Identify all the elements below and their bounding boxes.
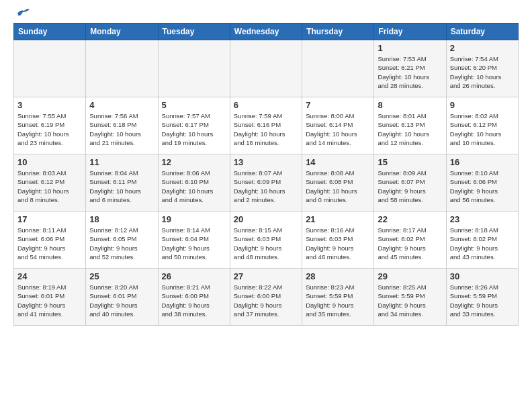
calendar-week-row: 1Sunrise: 7:53 AM Sunset: 6:21 PM Daylig…	[14, 40, 519, 97]
day-number: 19	[162, 214, 226, 224]
calendar-cell: 10Sunrise: 8:03 AM Sunset: 6:12 PM Dayli…	[14, 154, 86, 212]
day-number: 10	[17, 157, 82, 167]
calendar-cell: 23Sunrise: 8:18 AM Sunset: 6:02 PM Dayli…	[446, 212, 518, 269]
day-number: 26	[162, 271, 226, 281]
day-detail: Sunrise: 8:26 AM Sunset: 5:59 PM Dayligh…	[450, 283, 515, 318]
day-number: 16	[450, 157, 515, 167]
weekday-header-thursday: Thursday	[302, 24, 374, 40]
day-detail: Sunrise: 8:20 AM Sunset: 6:01 PM Dayligh…	[89, 283, 154, 318]
day-number: 3	[17, 100, 82, 110]
weekday-header-row: SundayMondayTuesdayWednesdayThursdayFrid…	[14, 24, 519, 40]
calendar-cell: 26Sunrise: 8:21 AM Sunset: 6:00 PM Dayli…	[158, 269, 230, 326]
day-detail: Sunrise: 8:07 AM Sunset: 6:09 PM Dayligh…	[234, 169, 298, 204]
day-detail: Sunrise: 8:14 AM Sunset: 6:04 PM Dayligh…	[162, 226, 226, 261]
logo-bird-icon	[15, 8, 30, 19]
day-detail: Sunrise: 8:09 AM Sunset: 6:07 PM Dayligh…	[378, 169, 442, 204]
day-detail: Sunrise: 8:03 AM Sunset: 6:12 PM Dayligh…	[17, 169, 82, 204]
day-number: 23	[450, 214, 515, 224]
calendar-cell: 25Sunrise: 8:20 AM Sunset: 6:01 PM Dayli…	[86, 269, 158, 326]
day-number: 14	[306, 157, 370, 167]
day-detail: Sunrise: 8:23 AM Sunset: 5:59 PM Dayligh…	[306, 283, 370, 318]
calendar-cell	[14, 40, 86, 97]
day-number: 12	[162, 157, 226, 167]
calendar-cell: 27Sunrise: 8:22 AM Sunset: 6:00 PM Dayli…	[230, 269, 302, 326]
day-detail: Sunrise: 7:53 AM Sunset: 6:21 PM Dayligh…	[378, 54, 442, 90]
day-detail: Sunrise: 8:06 AM Sunset: 6:10 PM Dayligh…	[162, 169, 226, 204]
calendar-cell: 19Sunrise: 8:14 AM Sunset: 6:04 PM Dayli…	[158, 212, 230, 269]
calendar-cell: 8Sunrise: 8:01 AM Sunset: 6:13 PM Daylig…	[374, 97, 446, 154]
weekday-header-monday: Monday	[86, 24, 158, 40]
calendar-cell: 9Sunrise: 8:02 AM Sunset: 6:12 PM Daylig…	[446, 97, 518, 154]
day-number: 24	[17, 271, 82, 281]
calendar-cell: 29Sunrise: 8:25 AM Sunset: 5:59 PM Dayli…	[374, 269, 446, 326]
day-number: 1	[378, 43, 442, 53]
calendar-cell: 2Sunrise: 7:54 AM Sunset: 6:20 PM Daylig…	[446, 40, 518, 97]
day-detail: Sunrise: 8:19 AM Sunset: 6:01 PM Dayligh…	[17, 283, 82, 318]
calendar-cell: 11Sunrise: 8:04 AM Sunset: 6:11 PM Dayli…	[86, 154, 158, 212]
weekday-header-tuesday: Tuesday	[158, 24, 230, 40]
calendar-cell: 17Sunrise: 8:11 AM Sunset: 6:06 PM Dayli…	[14, 212, 86, 269]
calendar-cell: 14Sunrise: 8:08 AM Sunset: 6:08 PM Dayli…	[302, 154, 374, 212]
calendar-cell: 5Sunrise: 7:57 AM Sunset: 6:17 PM Daylig…	[158, 97, 230, 154]
day-number: 9	[450, 100, 515, 110]
calendar-cell	[86, 40, 158, 97]
day-number: 7	[306, 100, 370, 110]
calendar-table: SundayMondayTuesdayWednesdayThursdayFrid…	[13, 23, 519, 326]
day-detail: Sunrise: 8:12 AM Sunset: 6:05 PM Dayligh…	[89, 226, 154, 261]
calendar-cell: 21Sunrise: 8:16 AM Sunset: 6:03 PM Dayli…	[302, 212, 374, 269]
day-number: 8	[378, 100, 442, 110]
calendar-week-row: 24Sunrise: 8:19 AM Sunset: 6:01 PM Dayli…	[14, 269, 519, 326]
day-number: 28	[306, 271, 370, 281]
weekday-header-friday: Friday	[374, 24, 446, 40]
day-number: 21	[306, 214, 370, 224]
day-number: 22	[378, 214, 442, 224]
calendar-week-row: 3Sunrise: 7:55 AM Sunset: 6:19 PM Daylig…	[14, 97, 519, 154]
calendar-cell: 12Sunrise: 8:06 AM Sunset: 6:10 PM Dayli…	[158, 154, 230, 212]
day-detail: Sunrise: 8:08 AM Sunset: 6:08 PM Dayligh…	[306, 169, 370, 204]
weekday-header-wednesday: Wednesday	[230, 24, 302, 40]
calendar-week-row: 10Sunrise: 8:03 AM Sunset: 6:12 PM Dayli…	[14, 154, 519, 212]
day-detail: Sunrise: 8:01 AM Sunset: 6:13 PM Dayligh…	[378, 111, 442, 147]
calendar-cell: 20Sunrise: 8:15 AM Sunset: 6:03 PM Dayli…	[230, 212, 302, 269]
day-detail: Sunrise: 8:02 AM Sunset: 6:12 PM Dayligh…	[450, 111, 515, 147]
day-number: 30	[450, 271, 515, 281]
day-number: 27	[234, 271, 298, 281]
calendar-cell	[302, 40, 374, 97]
day-number: 17	[17, 214, 82, 224]
day-detail: Sunrise: 7:57 AM Sunset: 6:17 PM Dayligh…	[162, 111, 226, 147]
calendar-cell: 18Sunrise: 8:12 AM Sunset: 6:05 PM Dayli…	[86, 212, 158, 269]
day-number: 29	[378, 271, 442, 281]
calendar-cell: 4Sunrise: 7:56 AM Sunset: 6:18 PM Daylig…	[86, 97, 158, 154]
day-detail: Sunrise: 8:11 AM Sunset: 6:06 PM Dayligh…	[17, 226, 82, 261]
day-detail: Sunrise: 8:15 AM Sunset: 6:03 PM Dayligh…	[234, 226, 298, 261]
day-number: 18	[89, 214, 154, 224]
day-number: 11	[89, 157, 154, 167]
day-detail: Sunrise: 8:16 AM Sunset: 6:03 PM Dayligh…	[306, 226, 370, 261]
day-number: 20	[234, 214, 298, 224]
calendar-cell: 15Sunrise: 8:09 AM Sunset: 6:07 PM Dayli…	[374, 154, 446, 212]
day-detail: Sunrise: 8:25 AM Sunset: 5:59 PM Dayligh…	[378, 283, 442, 318]
day-detail: Sunrise: 8:22 AM Sunset: 6:00 PM Dayligh…	[234, 283, 298, 318]
calendar-cell: 24Sunrise: 8:19 AM Sunset: 6:01 PM Dayli…	[14, 269, 86, 326]
calendar-cell: 28Sunrise: 8:23 AM Sunset: 5:59 PM Dayli…	[302, 269, 374, 326]
header	[13, 12, 519, 16]
day-number: 5	[162, 100, 226, 110]
calendar-cell	[158, 40, 230, 97]
calendar-cell: 22Sunrise: 8:17 AM Sunset: 6:02 PM Dayli…	[374, 212, 446, 269]
day-number: 13	[234, 157, 298, 167]
day-detail: Sunrise: 7:55 AM Sunset: 6:19 PM Dayligh…	[17, 111, 82, 147]
day-detail: Sunrise: 8:10 AM Sunset: 6:06 PM Dayligh…	[450, 169, 515, 204]
day-number: 2	[450, 43, 515, 53]
day-detail: Sunrise: 8:00 AM Sunset: 6:14 PM Dayligh…	[306, 111, 370, 147]
calendar-cell: 3Sunrise: 7:55 AM Sunset: 6:19 PM Daylig…	[14, 97, 86, 154]
calendar-cell: 1Sunrise: 7:53 AM Sunset: 6:21 PM Daylig…	[374, 40, 446, 97]
weekday-header-saturday: Saturday	[446, 24, 518, 40]
calendar-cell: 30Sunrise: 8:26 AM Sunset: 5:59 PM Dayli…	[446, 269, 518, 326]
day-detail: Sunrise: 8:21 AM Sunset: 6:00 PM Dayligh…	[162, 283, 226, 318]
calendar-cell: 13Sunrise: 8:07 AM Sunset: 6:09 PM Dayli…	[230, 154, 302, 212]
day-detail: Sunrise: 8:17 AM Sunset: 6:02 PM Dayligh…	[378, 226, 442, 261]
day-detail: Sunrise: 8:04 AM Sunset: 6:11 PM Dayligh…	[89, 169, 154, 204]
page: SundayMondayTuesdayWednesdayThursdayFrid…	[0, 0, 532, 332]
calendar-cell	[230, 40, 302, 97]
calendar-cell: 6Sunrise: 7:59 AM Sunset: 6:16 PM Daylig…	[230, 97, 302, 154]
